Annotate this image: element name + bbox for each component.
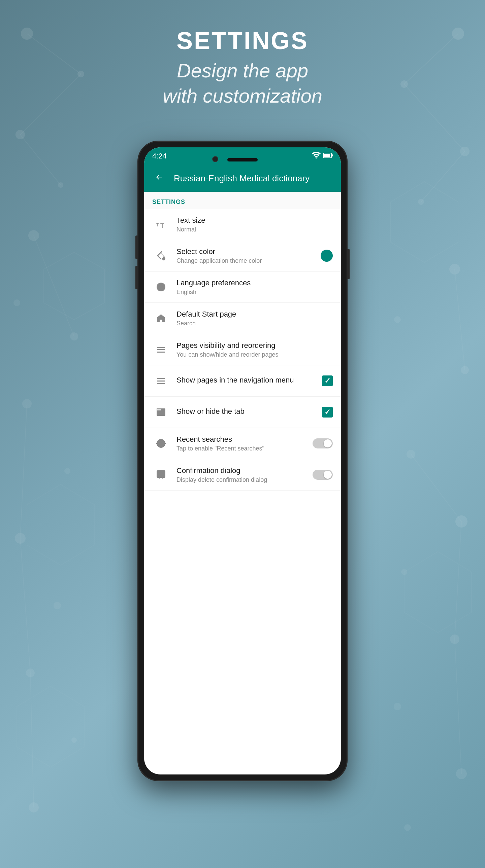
- language-title: Language preferences: [176, 279, 333, 287]
- svg-point-5: [13, 300, 20, 306]
- confirmation-dialog-control[interactable]: [313, 470, 333, 480]
- recent-searches-subtitle: Tap to enable "Recent searches": [176, 445, 309, 452]
- toggle-thumb-2: [324, 471, 332, 479]
- start-page-text: Default Start page Search: [176, 310, 333, 327]
- power-button: [348, 249, 350, 279]
- app-bar-title: Russian-English Medical dictionary: [174, 173, 310, 184]
- show-pages-nav-control[interactable]: ✓: [322, 375, 333, 386]
- svg-rect-63: [157, 380, 165, 381]
- confirmation-dialog-toggle[interactable]: [313, 470, 333, 480]
- show-hide-tab-text: Show or hide the tab: [176, 407, 318, 417]
- status-bar: 4:24: [144, 147, 341, 165]
- select-color-setting[interactable]: Select color Change application theme co…: [144, 240, 341, 272]
- svg-point-8: [64, 468, 70, 474]
- recent-searches-text: Recent searches Tap to enable "Recent se…: [176, 435, 309, 452]
- svg-rect-64: [157, 383, 165, 384]
- status-time: 4:24: [152, 152, 167, 160]
- recent-searches-toggle[interactable]: [313, 438, 333, 448]
- show-pages-nav-setting[interactable]: Show pages in the navigation menu ✓: [144, 365, 341, 397]
- start-page-setting[interactable]: Default Start page Search: [144, 303, 341, 334]
- app-bar: Russian-English Medical dictionary: [144, 165, 341, 192]
- language-subtitle: English: [176, 289, 333, 296]
- phone-camera: [212, 156, 218, 162]
- svg-marker-46: [17, 686, 84, 767]
- volume-up-button: [135, 236, 137, 259]
- text-size-setting[interactable]: T T Text size Normal: [144, 209, 341, 240]
- show-hide-tab-checkbox[interactable]: ✓: [322, 407, 333, 417]
- svg-marker-43: [27, 485, 94, 565]
- pages-visibility-title: Pages visibility and reordering: [176, 341, 333, 350]
- header-area: SETTINGS Design the app with customizati…: [0, 27, 485, 108]
- text-size-text: Text size Normal: [176, 216, 333, 233]
- phone-device: 4:24: [138, 141, 347, 780]
- svg-line-41: [455, 639, 461, 774]
- back-button[interactable]: [151, 172, 167, 185]
- text-size-icon: T T: [152, 216, 170, 233]
- history-icon: [152, 435, 170, 452]
- svg-point-19: [394, 316, 401, 323]
- volume-down-button: [135, 266, 137, 289]
- dialog-icon: ?: [152, 466, 170, 484]
- svg-rect-50: [332, 154, 333, 156]
- confirmation-dialog-setting[interactable]: ? Confirmation dialog Display delete con…: [144, 459, 341, 491]
- wifi-icon: [312, 152, 321, 160]
- select-color-text: Select color Change application theme co…: [176, 247, 317, 265]
- svg-line-38: [455, 269, 465, 370]
- toggle-thumb: [324, 439, 332, 447]
- svg-text:T: T: [156, 222, 159, 227]
- start-page-subtitle: Search: [176, 320, 333, 327]
- paint-bucket-icon: [152, 247, 170, 265]
- show-hide-tab-setting[interactable]: Show or hide the tab ✓: [144, 397, 341, 428]
- svg-marker-44: [391, 182, 458, 262]
- svg-rect-62: [157, 378, 165, 379]
- language-text: Language preferences English: [176, 279, 333, 296]
- start-page-title: Default Start page: [176, 310, 333, 319]
- pages-visibility-setting[interactable]: Pages visibility and reordering You can …: [144, 334, 341, 365]
- svg-marker-42: [44, 252, 105, 320]
- pages-visibility-text: Pages visibility and reordering You can …: [176, 341, 333, 358]
- svg-text:T: T: [160, 222, 164, 229]
- language-setting[interactable]: Language preferences English: [144, 272, 341, 303]
- svg-point-12: [72, 738, 77, 743]
- svg-point-27: [404, 824, 411, 831]
- globe-icon: [152, 278, 170, 296]
- tab-icon: [152, 403, 170, 421]
- text-size-subtitle: Normal: [176, 226, 333, 233]
- select-color-title: Select color: [176, 247, 317, 256]
- recent-searches-setting[interactable]: Recent searches Tap to enable "Recent se…: [144, 428, 341, 459]
- confirmation-dialog-text: Confirmation dialog Display delete confi…: [176, 466, 309, 484]
- svg-line-32: [20, 404, 27, 538]
- phone-screen: 4:24: [144, 147, 341, 774]
- confirmation-dialog-title: Confirmation dialog: [176, 466, 309, 475]
- show-hide-tab-title: Show or hide the tab: [176, 407, 318, 416]
- svg-point-10: [54, 602, 61, 609]
- recent-searches-control[interactable]: [313, 438, 333, 448]
- svg-line-31: [34, 236, 74, 336]
- svg-marker-45: [404, 552, 472, 632]
- svg-rect-61: [157, 351, 165, 352]
- color-swatch-control: [321, 250, 333, 262]
- recent-searches-title: Recent searches: [176, 435, 309, 444]
- nav-menu-icon: [152, 372, 170, 390]
- svg-line-33: [20, 538, 30, 673]
- svg-line-37: [421, 151, 465, 202]
- svg-line-30: [20, 134, 61, 185]
- svg-line-34: [30, 673, 34, 807]
- header-subtitle: Design the app with customization: [0, 58, 485, 108]
- phone-body: 4:24: [138, 141, 347, 780]
- phone-speaker: [227, 158, 258, 161]
- status-icons: [312, 152, 333, 160]
- svg-line-39: [411, 454, 461, 522]
- header-title: SETTINGS: [0, 27, 485, 55]
- svg-rect-60: [157, 349, 165, 350]
- svg-rect-49: [324, 154, 330, 157]
- text-size-title: Text size: [176, 216, 333, 225]
- show-pages-nav-title: Show pages in the navigation menu: [176, 376, 318, 384]
- color-dot: [321, 250, 333, 262]
- pages-icon: [152, 341, 170, 358]
- show-hide-tab-control[interactable]: ✓: [322, 407, 333, 417]
- select-color-subtitle: Change application theme color: [176, 257, 317, 265]
- svg-point-47: [316, 157, 317, 158]
- show-pages-nav-checkbox[interactable]: ✓: [322, 375, 333, 386]
- settings-content: SETTINGS T T Text size Normal: [144, 192, 341, 491]
